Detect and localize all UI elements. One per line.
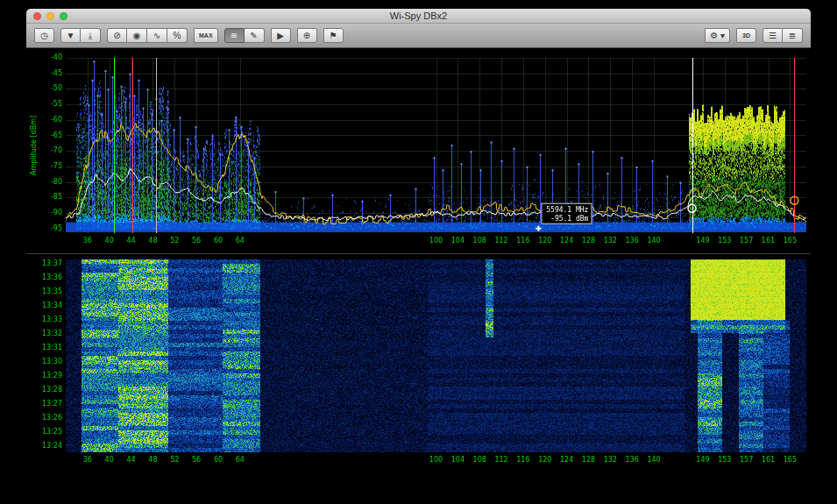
play-icon: ▶ (277, 29, 284, 42)
traffic-lights (33, 12, 67, 20)
spectrum-icon: ∿ (153, 29, 160, 42)
minimize-button[interactable] (46, 12, 54, 20)
history-icon: ◷ (40, 29, 48, 42)
block-button[interactable]: ⊘ (107, 28, 127, 43)
view-3d-label: 3D (742, 29, 750, 42)
main-content (26, 49, 811, 493)
snapshot-button[interactable]: ◉ (127, 28, 147, 43)
zoom-button[interactable] (60, 12, 67, 20)
toolbar: ◷ ▼ ⤓ ⊘ ◉ ∿ % MAX ≋ ✎ ▶ ⊕ (26, 24, 811, 48)
flag-icon: ⚑ (330, 29, 337, 42)
toolbar-left: ◷ ▼ ⤓ ⊘ ◉ ∿ % MAX ≋ ✎ ▶ ⊕ (34, 28, 344, 43)
window-title: Wi-Spy DBx2 (390, 11, 447, 21)
plus-icon: ⊕ (303, 29, 310, 42)
wifi-icon: ≋ (231, 29, 238, 42)
spectral-view[interactable] (26, 53, 811, 251)
utilization-button[interactable]: % (167, 28, 188, 43)
playback-button[interactable]: ▶ (271, 28, 291, 43)
titlebar[interactable]: Wi-Spy DBx2 (26, 9, 811, 24)
list-icon: ☰ (769, 29, 777, 42)
import-icon: ⤓ (89, 29, 92, 42)
pencil-icon: ✎ (250, 29, 257, 42)
list-view-button[interactable]: ☰ (763, 28, 783, 43)
max-hold-button[interactable]: MAX (194, 28, 218, 43)
toolbar-right: ⚙ ▾ 3D ☰ ≣ (705, 28, 803, 43)
view-3d-button[interactable]: 3D (736, 28, 756, 43)
spectrum-button[interactable]: ∿ (147, 28, 167, 43)
history-button[interactable]: ◷ (34, 28, 54, 43)
filter-button[interactable]: ▼ (60, 28, 81, 43)
panel-divider (26, 253, 811, 254)
snapshot-icon: ◉ (133, 29, 141, 42)
close-button[interactable] (33, 12, 41, 20)
gear-icon: ⚙ ▾ (710, 29, 725, 42)
flag-marker-button[interactable]: ⚑ (323, 28, 344, 43)
app-window: Wi-Spy DBx2 ◷ ▼ ⤓ ⊘ ◉ ∿ % MAX ≋ ✎ (26, 9, 811, 493)
import-button[interactable]: ⤓ (81, 28, 101, 43)
annotate-button[interactable]: ✎ (245, 28, 265, 43)
utilization-icon: % (174, 29, 181, 42)
waterfall-view[interactable] (26, 256, 811, 473)
filter-icon: ▼ (67, 29, 75, 42)
options-icon: ≣ (789, 29, 796, 42)
max-hold-label: MAX (199, 29, 213, 42)
add-marker-button[interactable]: ⊕ (297, 28, 317, 43)
wifi-overlay-button[interactable]: ≋ (224, 28, 245, 43)
settings-menu-button[interactable]: ⚙ ▾ (705, 28, 730, 43)
block-icon: ⊘ (113, 29, 120, 42)
options-view-button[interactable]: ≣ (783, 28, 803, 43)
